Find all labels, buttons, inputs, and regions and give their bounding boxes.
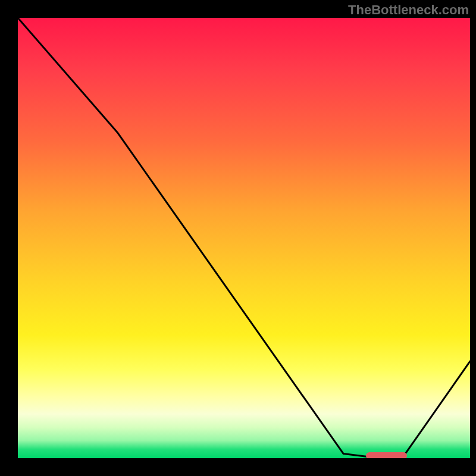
curve-line <box>18 18 470 458</box>
curve-svg <box>18 18 470 458</box>
chart-wrapper: TheBottleneck.com <box>0 0 476 476</box>
plot-area <box>18 18 470 458</box>
trough-marker <box>366 452 406 458</box>
watermark-text: TheBottleneck.com <box>348 2 469 18</box>
